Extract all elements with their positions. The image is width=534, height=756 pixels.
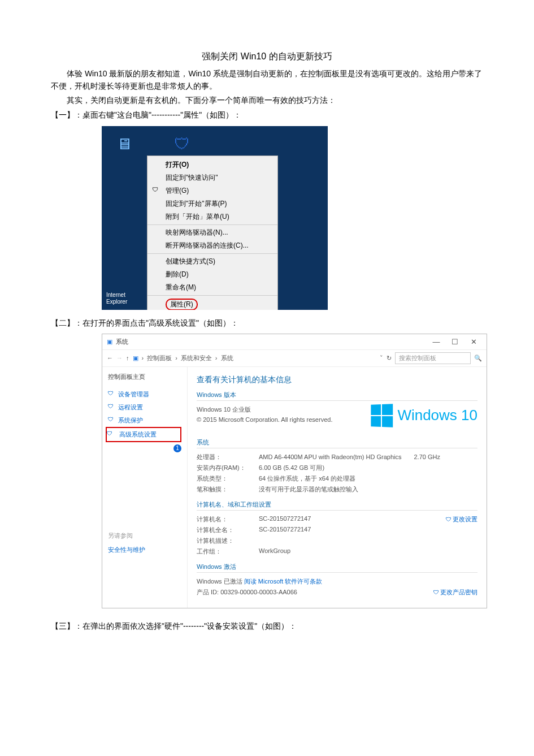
context-menu: 打开(O) 固定到"快速访问" 🛡管理(G) 固定到"开始"屏幕(P) 附到「开… — [147, 155, 278, 310]
windows-logo-icon — [371, 404, 393, 427]
menu-delete[interactable]: 删除(D) — [147, 268, 277, 281]
sidebar-device-manager[interactable]: 🛡设备管理器 — [108, 388, 181, 401]
section-system: 系统 — [197, 438, 477, 448]
section-computer-name: 计算机名、域和工作组设置 — [197, 500, 477, 511]
license-terms-link[interactable]: 阅读 Microsoft 软件许可条款 — [244, 578, 323, 585]
info-icon: 1 — [173, 444, 181, 452]
shield-icon: 🛡 — [107, 430, 112, 437]
sidebar-home[interactable]: 控制面板主页 — [108, 373, 181, 381]
cfull-value: SC-201507272147 — [259, 526, 477, 534]
section-winver: Windows 版本 — [197, 391, 477, 401]
step-3: 【三】：在弹出的界面依次选择"硬件"--------"设备安装设置"（如图）： — [51, 620, 483, 632]
computer-icon: 🖥 — [107, 135, 141, 153]
menu-manage[interactable]: 🛡管理(G) — [147, 184, 277, 197]
cfull-label: 计算机全名： — [197, 526, 259, 534]
screenshot-context-menu: 🖥 🛡 Internet Explorer 打开(O) 固定到"快速访问" 🛡管… — [102, 126, 328, 310]
ie-icon-label[interactable]: Internet Explorer — [106, 292, 127, 305]
menu-pin-quick[interactable]: 固定到"快速访问" — [147, 171, 277, 184]
shield-desktop-icon[interactable]: 🛡 — [174, 135, 190, 153]
control-panel-icon: ▣ — [107, 338, 112, 345]
cname-value: SC-201507272147🛡更改设置 — [259, 515, 477, 524]
shield-icon: 🛡 — [152, 186, 158, 193]
refresh-button[interactable]: ↻ — [387, 355, 392, 362]
window-title: 系统 — [116, 338, 128, 346]
ram-label: 安装内存(RAM)： — [197, 464, 259, 472]
section-activation: Windows 激活 — [197, 563, 477, 573]
maximize-button[interactable]: ☐ — [446, 338, 463, 346]
workgroup-value: WorkGroup — [259, 547, 477, 556]
minimize-button[interactable]: — — [428, 338, 445, 346]
windows-logo-text: Windows 10 — [397, 407, 477, 424]
systype-label: 系统类型： — [197, 474, 259, 483]
control-panel-icon: ▣ — [133, 355, 138, 362]
address-bar: ← → ↑ ▣ ›控制面板 ›系统和安全 ›系统 ˅ ↻ 搜索控制面板 🔍 — [102, 350, 487, 367]
pen-value: 没有可用于此显示器的笔或触控输入 — [259, 485, 477, 494]
up-button[interactable]: ↑ — [126, 355, 129, 361]
main-panel: 查看有关计算机的基本信息 Windows 版本 Windows 10 Windo… — [187, 367, 487, 608]
sidebar-remote[interactable]: 🛡远程设置 — [108, 401, 181, 414]
see-also-label: 另请参阅 — [108, 532, 181, 540]
this-pc-icon[interactable]: 🖥 — [107, 135, 141, 153]
shield-icon: 🛡 — [108, 390, 114, 396]
cdesc-value — [259, 537, 477, 545]
paragraph-2: 其实，关闭自动更新是有玄机的。下面分享一个简单而唯一有效的技巧方法： — [51, 94, 483, 106]
close-button[interactable]: ✕ — [465, 338, 482, 346]
menu-open[interactable]: 打开(O) — [147, 158, 277, 171]
paragraph-1: 体验 Win10 最新版的朋友都知道，Win10 系统是强制自动更新的，在控制面… — [51, 67, 483, 93]
pen-label: 笔和触摸： — [197, 485, 259, 494]
menu-create-shortcut[interactable]: 创建快捷方式(S) — [147, 255, 277, 268]
menu-disconnect-drive[interactable]: 断开网络驱动器的连接(C)... — [147, 239, 277, 252]
systype-value: 64 位操作系统，基于 x64 的处理器 — [259, 474, 477, 483]
change-settings-link[interactable]: 🛡更改设置 — [446, 515, 477, 524]
step-1: 【一】：桌面右键"这台电脑"-----------"属性"（如图）： — [51, 109, 483, 121]
menu-rename[interactable]: 重命名(M) — [147, 281, 277, 294]
shield-icon: 🛡 — [433, 589, 439, 595]
search-input[interactable]: 搜索控制面板 — [395, 352, 471, 364]
window-titlebar: ▣系统 — ☐ ✕ — [102, 334, 487, 350]
ram-value: 6.00 GB (5.42 GB 可用) — [259, 464, 477, 472]
search-icon[interactable]: 🔍 — [474, 355, 482, 362]
product-id: 产品 ID: 00329-00000-00003-AA066🛡更改产品密钥 — [197, 588, 477, 597]
copyright: © 2015 Microsoft Corporation. All rights… — [197, 415, 344, 424]
back-button[interactable]: ← — [107, 355, 113, 361]
shield-icon: 🛡 — [108, 403, 114, 409]
sidebar-protect[interactable]: 🛡系统保护 — [108, 414, 181, 427]
menu-pin-start[interactable]: 固定到"开始"屏幕(P) — [147, 197, 277, 210]
cpu-label: 处理器： — [197, 453, 259, 461]
forward-button[interactable]: → — [116, 355, 123, 361]
document-title: 强制关闭 Win10 的自动更新技巧 — [51, 51, 483, 63]
breadcrumb[interactable]: ▣ ›控制面板 ›系统和安全 ›系统 — [133, 354, 377, 362]
workgroup-label: 工作组： — [197, 547, 259, 556]
cdesc-label: 计算机描述： — [197, 537, 259, 545]
shield-icon: 🛡 — [108, 416, 114, 422]
shield-icon: 🛡 — [446, 516, 451, 522]
step-2: 【二】：在打开的界面点击"高级系统设置"（如图）： — [51, 317, 483, 329]
main-heading: 查看有关计算机的基本信息 — [197, 375, 477, 385]
windows-logo: Windows 10 — [370, 404, 477, 427]
activation-status: Windows 已激活 阅读 Microsoft 软件许可条款 — [197, 577, 477, 586]
sidebar-security[interactable]: 安全性与维护 — [108, 543, 181, 556]
sidebar-advanced-highlighted[interactable]: 🛡高级系统设置 — [106, 427, 181, 442]
change-product-key-link[interactable]: 🛡更改产品密钥 — [433, 588, 477, 597]
menu-map-drive[interactable]: 映射网络驱动器(N)... — [147, 226, 277, 239]
menu-properties[interactable]: 属性(R) — [147, 297, 277, 310]
cpu-value: AMD A6-4400M APU with Radeon(tm) HD Grap… — [259, 453, 477, 461]
menu-attach-start[interactable]: 附到「开始」菜单(U) — [147, 210, 277, 223]
sidebar: 控制面板主页 🛡设备管理器 🛡远程设置 🛡系统保护 🛡高级系统设置 1 另请参阅… — [102, 367, 187, 608]
screenshot-system-window: ▣系统 — ☐ ✕ ← → ↑ ▣ ›控制面板 ›系统和安全 ›系统 ˅ ↻ 搜… — [102, 334, 487, 608]
cname-label: 计算机名： — [197, 515, 259, 524]
